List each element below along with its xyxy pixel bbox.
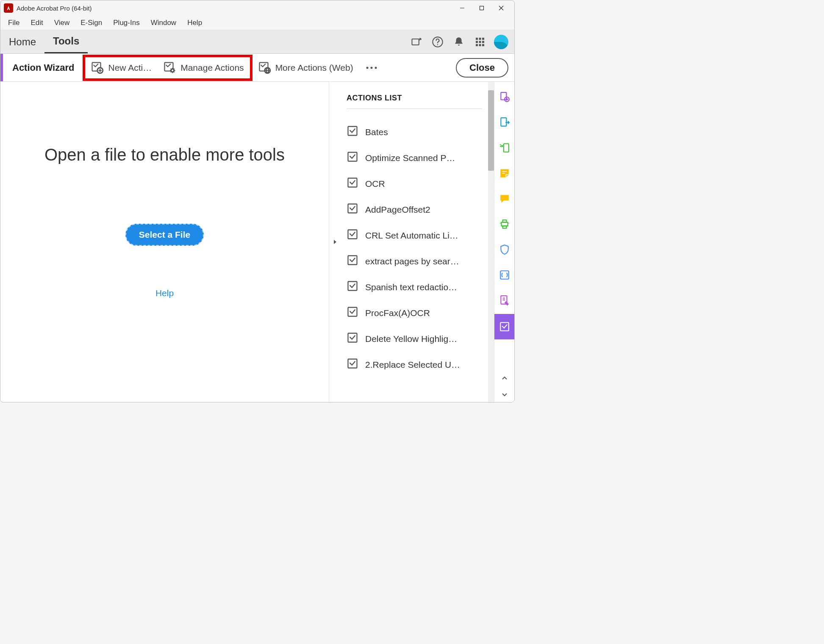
action-item-label: Spanish text redactio… xyxy=(365,282,457,292)
action-item[interactable]: Delete Yellow Highlig… xyxy=(347,326,482,352)
content-pane: Open a file to enable more tools Select … xyxy=(0,82,329,402)
maximize-button[interactable] xyxy=(472,0,491,16)
panel-collapse-handle[interactable] xyxy=(329,82,341,402)
side-panel-scrollbar[interactable] xyxy=(488,82,494,402)
select-file-button[interactable]: Select a File xyxy=(125,224,204,246)
action-check-icon xyxy=(347,151,358,165)
acrobat-app-icon xyxy=(4,3,13,13)
rail-javascript-icon[interactable] xyxy=(494,262,515,288)
rail-action-wizard[interactable] xyxy=(494,314,515,339)
svg-rect-44 xyxy=(501,118,506,126)
new-action-button[interactable]: New Acti… xyxy=(85,59,158,77)
tab-bar: Home Tools xyxy=(0,30,514,54)
tab-tools[interactable]: Tools xyxy=(44,30,88,53)
help-icon[interactable] xyxy=(429,33,447,51)
svg-rect-8 xyxy=(479,38,481,40)
overflow-menu-button[interactable] xyxy=(359,63,384,72)
action-item[interactable]: Spanish text redactio… xyxy=(347,274,482,300)
more-actions-web-button[interactable]: More Actions (Web) xyxy=(252,59,359,77)
menu-view[interactable]: View xyxy=(49,17,75,29)
svg-rect-12 xyxy=(482,41,484,43)
svg-rect-35 xyxy=(348,256,357,265)
share-icon[interactable] xyxy=(408,33,425,51)
rail-sticky-note-icon[interactable] xyxy=(494,161,515,186)
action-item-label: Delete Yellow Highlig… xyxy=(365,334,457,344)
action-item[interactable]: Optimize Scanned P… xyxy=(347,145,482,171)
menu-edit[interactable]: Edit xyxy=(25,17,48,29)
svg-rect-40 xyxy=(501,92,506,100)
rail-comment-icon[interactable] xyxy=(494,186,515,211)
svg-rect-15 xyxy=(482,44,484,46)
menu-file[interactable]: File xyxy=(3,17,25,29)
action-item[interactable]: ProcFax(A)OCR xyxy=(347,300,482,326)
menu-plugins[interactable]: Plug-Ins xyxy=(108,17,144,29)
svg-rect-32 xyxy=(348,178,357,187)
action-item[interactable]: Bates xyxy=(347,119,482,145)
actions-list-panel: ACTIONS LIST BatesOptimize Scanned P…OCR… xyxy=(341,82,488,402)
manage-actions-label: Manage Actions xyxy=(180,63,244,73)
svg-rect-39 xyxy=(348,359,357,368)
action-item-label: extract pages by sear… xyxy=(365,256,459,266)
action-item[interactable]: AddPageOffset2 xyxy=(347,197,482,222)
rail-scroll-down[interactable] xyxy=(494,387,515,402)
tab-home[interactable]: Home xyxy=(0,30,44,53)
svg-rect-45 xyxy=(503,144,508,152)
rail-send-to-device-icon[interactable] xyxy=(494,135,515,161)
svg-rect-50 xyxy=(502,226,506,228)
svg-rect-53 xyxy=(500,322,509,331)
action-item[interactable]: CRL Set Automatic Li… xyxy=(347,222,482,248)
new-action-label: New Acti… xyxy=(108,63,152,73)
svg-rect-1 xyxy=(480,6,484,10)
rail-edit-pdf-icon[interactable] xyxy=(494,288,515,313)
grid-icon[interactable] xyxy=(471,33,489,51)
action-item-label: AddPageOffset2 xyxy=(365,205,430,215)
svg-rect-37 xyxy=(348,308,357,316)
action-item-label: ProcFax(A)OCR xyxy=(365,308,430,318)
svg-rect-30 xyxy=(348,127,357,136)
action-item[interactable]: OCR xyxy=(347,171,482,197)
accent-stripe xyxy=(0,54,3,81)
tool-title: Action Wizard xyxy=(12,62,74,73)
menu-esign[interactable]: E-Sign xyxy=(75,17,107,29)
action-item-label: 2.Replace Selected U… xyxy=(365,360,460,370)
rail-scroll-up[interactable] xyxy=(494,371,515,386)
manage-actions-button[interactable]: Manage Actions xyxy=(158,59,250,77)
svg-point-6 xyxy=(437,44,438,45)
menu-help[interactable]: Help xyxy=(182,17,207,29)
bell-icon[interactable] xyxy=(450,33,468,51)
action-item[interactable]: 2.Replace Selected U… xyxy=(347,352,482,378)
svg-rect-4 xyxy=(412,39,419,45)
svg-rect-33 xyxy=(348,204,357,213)
svg-rect-9 xyxy=(482,38,484,40)
action-item[interactable]: extract pages by sear… xyxy=(347,248,482,274)
main-area: Open a file to enable more tools Select … xyxy=(0,82,514,402)
svg-rect-34 xyxy=(348,230,357,239)
svg-point-27 xyxy=(366,67,368,69)
rail-protect-icon[interactable] xyxy=(494,237,515,262)
rail-create-pdf-icon[interactable] xyxy=(494,84,515,110)
svg-rect-13 xyxy=(476,44,478,46)
close-window-button[interactable] xyxy=(491,0,511,16)
svg-rect-7 xyxy=(476,38,478,40)
action-check-icon xyxy=(347,203,358,217)
scrollbar-thumb[interactable] xyxy=(488,90,494,171)
action-item-label: Bates xyxy=(365,127,388,137)
action-check-icon xyxy=(347,177,358,191)
action-check-icon xyxy=(347,125,358,139)
avatar[interactable] xyxy=(494,35,508,49)
svg-point-29 xyxy=(375,67,377,69)
rail-print-production-icon[interactable] xyxy=(494,211,515,237)
svg-rect-48 xyxy=(501,222,508,226)
rail-export-pdf-icon[interactable] xyxy=(494,110,515,135)
help-link[interactable]: Help xyxy=(155,288,174,298)
action-item-label: CRL Set Automatic Li… xyxy=(365,230,458,241)
minimize-button[interactable] xyxy=(452,0,472,16)
close-tool-button[interactable]: Close xyxy=(456,58,508,78)
action-check-icon xyxy=(347,280,358,294)
action-check-icon xyxy=(347,228,358,242)
actions-list-heading: ACTIONS LIST xyxy=(347,94,482,109)
empty-state-headline: Open a file to enable more tools xyxy=(44,145,285,164)
action-wizard-toolbar: Action Wizard New Acti… Manage Actions M… xyxy=(0,54,514,82)
title-bar: Adobe Acrobat Pro (64-bit) xyxy=(0,0,514,16)
menu-window[interactable]: Window xyxy=(146,17,181,29)
